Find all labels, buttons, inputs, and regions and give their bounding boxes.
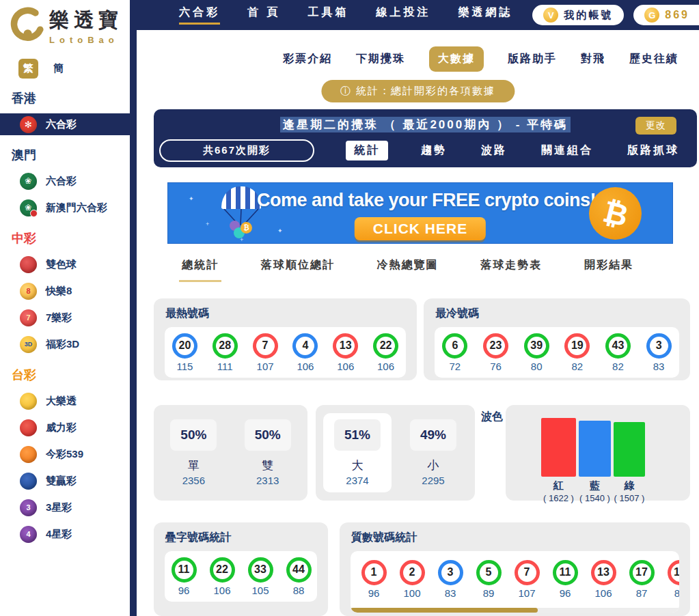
topnav-toolbox[interactable]: 工具箱 bbox=[307, 5, 348, 25]
double-digit-stats-title: 疊字號碼統計 bbox=[154, 522, 328, 545]
tab-total-stats[interactable]: 總統計 bbox=[179, 258, 221, 282]
lang-simplified-button[interactable]: 簡 bbox=[53, 62, 64, 75]
tab-ball-trend-table[interactable]: 落球走勢表 bbox=[478, 258, 545, 282]
sidebar-item-7lecai[interactable]: 7 7樂彩 bbox=[0, 307, 130, 328]
sidebar-item-label: 雙色球 bbox=[46, 258, 77, 271]
even-stat: 50% 雙 2313 bbox=[234, 413, 302, 492]
lottery-ball: 13 bbox=[333, 333, 358, 359]
topnav-marksix[interactable]: 六合彩 bbox=[179, 5, 220, 25]
red-bar bbox=[541, 418, 576, 477]
change-button[interactable]: 更改 bbox=[635, 117, 676, 135]
topnav-lotto-blog[interactable]: 樂透網誌 bbox=[458, 5, 512, 25]
red-bar-label: 紅 bbox=[553, 479, 564, 492]
prime-number-item: 1 96 bbox=[355, 560, 393, 599]
prime-number-item: 7 107 bbox=[508, 560, 546, 599]
ball-count: 82 bbox=[612, 361, 624, 372]
prime-number-item: 11 96 bbox=[546, 560, 584, 599]
subnav-lottery-intro[interactable]: 彩票介紹 bbox=[283, 52, 332, 66]
sidebar-item-daletou[interactable]: 大樂透 bbox=[0, 390, 130, 412]
tab-hot-cold-overview[interactable]: 冷熱總覽圖 bbox=[374, 258, 441, 282]
ball-count: 106 bbox=[337, 361, 354, 372]
cold-number-item: 23 76 bbox=[476, 333, 515, 372]
sidebar-item-shuangyingcai[interactable]: 雙贏彩 bbox=[0, 470, 130, 492]
small-percent: 49% bbox=[410, 419, 456, 451]
blue-bar-count: ( 1540 ) bbox=[579, 493, 610, 503]
cold-number-item: 39 80 bbox=[517, 333, 556, 372]
daletou-icon bbox=[20, 393, 37, 410]
horizontal-scrollbar-track[interactable] bbox=[351, 608, 679, 613]
lottery-ball: 43 bbox=[605, 333, 631, 359]
tab-statistics[interactable]: 統計 bbox=[346, 141, 388, 160]
topnav-home[interactable]: 首 頁 bbox=[247, 5, 280, 25]
new-macau-marksix-icon: ❀ bbox=[20, 199, 37, 216]
lang-traditional-button[interactable]: 繁 bbox=[18, 59, 38, 79]
sidebar-item-macau-marksix[interactable]: ❀ 六合彩 bbox=[0, 170, 130, 192]
my-account-label: 我的帳號 bbox=[564, 9, 613, 22]
sidebar-item-jincai539[interactable]: 今彩539 bbox=[0, 443, 130, 465]
tab-trend[interactable]: 趨勢 bbox=[420, 141, 448, 160]
hot-number-item: 4 106 bbox=[286, 333, 325, 372]
coin-balance-badge[interactable]: G 869 bbox=[633, 5, 699, 25]
prime-number-stats-title: 質數號碼統計 bbox=[340, 522, 690, 545]
sidebar-item-label: 雙贏彩 bbox=[46, 475, 77, 488]
ball-count: 106 bbox=[594, 587, 612, 599]
ball-count: 88 bbox=[293, 585, 305, 596]
panel-tabs: 統計 趨勢 波路 關連組合 版路抓球 bbox=[346, 141, 681, 160]
lottery-ball: 4 bbox=[292, 333, 318, 359]
big-count: 2374 bbox=[323, 475, 392, 486]
lottery-ball: 1 bbox=[361, 560, 387, 585]
blue-bar bbox=[579, 421, 611, 477]
prime-number-item: 3 83 bbox=[431, 560, 469, 599]
coin-icon: G bbox=[644, 8, 659, 23]
odd-stat: 50% 單 2356 bbox=[159, 413, 228, 492]
odd-percent: 50% bbox=[170, 419, 217, 451]
sidebar-item-4starcai[interactable]: 4 4星彩 bbox=[0, 523, 130, 545]
topnav-online-betting[interactable]: 線上投注 bbox=[376, 5, 430, 25]
tab-ball-order-stats[interactable]: 落球順位總計 bbox=[258, 258, 338, 282]
sidebar-item-kuaile8[interactable]: 8 快樂8 bbox=[0, 280, 130, 302]
sidebar-item-fucai3d[interactable]: 3D 福彩3D bbox=[0, 333, 130, 355]
sidebar-item-3starcai[interactable]: 3 3星彩 bbox=[0, 496, 130, 518]
green-bar-label: 綠 bbox=[625, 479, 635, 492]
blue-bar-column: 藍 ( 1540 ) bbox=[579, 421, 611, 503]
prime-number-item: 17 87 bbox=[622, 560, 661, 599]
sidebar-divider bbox=[130, 0, 137, 616]
sidebar-item-weilicai[interactable]: 威力彩 bbox=[0, 417, 130, 438]
tab-draw-results[interactable]: 開彩結果 bbox=[581, 258, 636, 282]
subnav-big-data[interactable]: 大數據 bbox=[429, 46, 484, 72]
sidebar-item-new-macau-marksix[interactable]: ❀ 新澳門六合彩 bbox=[0, 197, 130, 219]
ball-count: 106 bbox=[213, 585, 230, 596]
4starcai-icon: 4 bbox=[20, 526, 37, 543]
sparkle-icon: ✦ bbox=[277, 227, 283, 234]
horizontal-scrollbar-thumb[interactable] bbox=[351, 608, 538, 613]
subnav-pattern-helper[interactable]: 版路助手 bbox=[508, 52, 557, 66]
sidebar-section-china: 中彩 bbox=[12, 230, 130, 247]
parachute-coins-icon: ₿ bbox=[221, 186, 262, 241]
sidebar-item-shuangseqiu[interactable]: 雙色球 bbox=[0, 253, 130, 275]
tab-related-combos[interactable]: 關連組合 bbox=[540, 141, 594, 160]
sidebar-item-label: 今彩539 bbox=[46, 448, 83, 461]
red-bar-count: ( 1622 ) bbox=[543, 493, 574, 503]
fucai3d-icon: 3D bbox=[20, 336, 37, 353]
tab-pattern-catch[interactable]: 版路抓球 bbox=[626, 141, 681, 160]
my-account-button[interactable]: V 我的帳號 bbox=[532, 5, 624, 25]
subnav-duifei[interactable]: 對飛 bbox=[581, 52, 605, 66]
lottery-ball: 33 bbox=[248, 557, 273, 583]
prime-number-stats-card: 質數號碼統計 1 96 2 100 3 83 5 89 7 107 bbox=[340, 522, 690, 616]
prime-number-item: 13 106 bbox=[584, 560, 622, 599]
crypto-ad-banner[interactable]: ✦ + ✦ + ₿ Come and take your FREE crypto… bbox=[167, 182, 673, 244]
lottery-ball: 7 bbox=[253, 333, 278, 359]
subnav-history[interactable]: 歷史往績 bbox=[629, 52, 679, 66]
sidebar-item-hk-marksix[interactable]: ✻ 六合彩 bbox=[0, 113, 130, 135]
odd-even-card: 50% 單 2356 50% 雙 2313 bbox=[154, 405, 307, 501]
small-count: 2295 bbox=[399, 475, 467, 486]
click-here-button[interactable]: CLICK HERE bbox=[355, 217, 486, 240]
ball-count: 106 bbox=[297, 361, 314, 372]
draw-filter-title[interactable]: 逢星期二的攪珠 （ 最近2000期內 ） - 平特碼 bbox=[280, 117, 571, 132]
hot-number-item: 20 115 bbox=[165, 333, 204, 372]
sidebar-section-hongkong: 香港 bbox=[12, 90, 130, 107]
green-bar-column: 綠 ( 1507 ) bbox=[614, 422, 645, 503]
tab-wave-road[interactable]: 波路 bbox=[480, 141, 508, 160]
subnav-next-draw[interactable]: 下期攪珠 bbox=[356, 52, 405, 66]
brand-logo[interactable]: 樂透寶 LotoBao bbox=[0, 0, 130, 45]
